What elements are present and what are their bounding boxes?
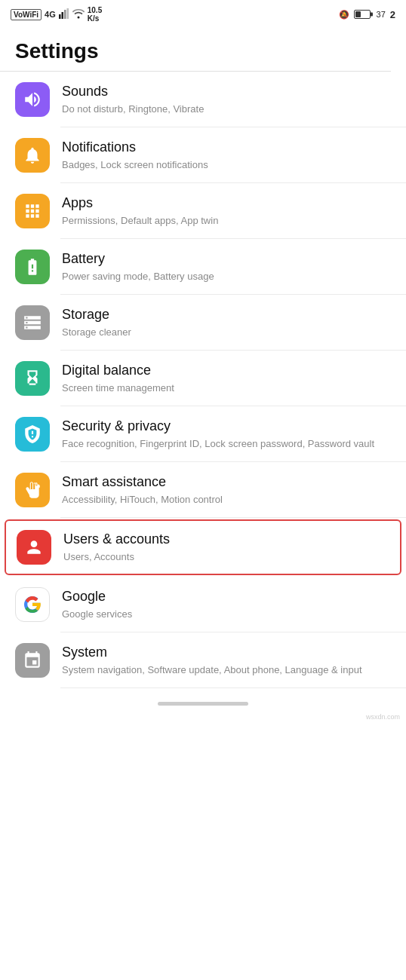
battery-title: Battery [62,250,391,268]
battery-icon-wrapper [15,250,50,284]
notifications-icon-wrapper [15,138,50,173]
system-text: System System navigation, Software updat… [62,644,391,677]
security-text: Security & privacy Face recognition, Fin… [62,418,391,451]
google-icon-wrapper [15,587,50,622]
settings-item-notifications[interactable]: Notifications Badges, Lock screen notifi… [0,127,406,183]
network-speed: 10.5K/s [88,6,102,23]
google-icon [23,595,42,614]
svg-rect-3 [66,8,69,19]
smart-assistance-icon-wrapper [15,473,50,507]
settings-item-apps[interactable]: Apps Permissions, Default apps, App twin [0,183,406,239]
system-icon [23,651,42,670]
wifi-icon [72,8,85,20]
security-subtitle: Face recognition, Fingerprint ID, Lock s… [62,437,391,451]
digital-balance-subtitle: Screen time management [62,381,391,395]
users-accounts-subtitle: Users, Accounts [63,550,389,564]
apps-icon-wrapper [15,194,50,228]
svg-rect-1 [61,12,63,19]
home-indicator [0,688,406,713]
storage-icon [23,313,42,332]
battery-indicator: 37 [354,10,385,19]
bell-icon [23,145,42,165]
settings-item-digital-balance[interactable]: Digital balance Screen time management [0,351,406,406]
home-bar [158,702,248,706]
notifications-title: Notifications [62,139,391,156]
signal-strength: 4G [45,10,56,19]
hand-icon [23,480,42,500]
users-accounts-text: Users & accounts Users, Accounts [63,531,389,564]
sound-icon [23,90,42,109]
smart-assistance-text: Smart assistance Accessibility, HiTouch,… [62,473,391,507]
google-title: Google [62,588,391,605]
status-bar: VoWiFi 4G 10.5K/s 🔕 37 2 [0,0,406,27]
storage-text: Storage Storage cleaner [62,306,391,339]
notifications-subtitle: Badges, Lock screen notifications [62,158,391,172]
system-title: System [62,644,391,661]
vowifi-label: VoWiFi [11,9,42,20]
smart-assistance-subtitle: Accessibility, HiTouch, Motion control [62,493,391,507]
settings-item-security-privacy[interactable]: Security & privacy Face recognition, Fin… [0,406,406,462]
svg-rect-2 [64,10,66,19]
digital-balance-icon-wrapper [15,361,50,396]
settings-item-battery[interactable]: Battery Power saving mode, Battery usage [0,239,406,295]
smart-assistance-title: Smart assistance [62,473,391,491]
battery-subtitle: Power saving mode, Battery usage [62,270,391,283]
settings-item-system[interactable]: System System navigation, Software updat… [0,632,406,688]
sounds-icon-wrapper [15,82,50,117]
settings-list: Sounds Do not disturb, Ringtone, Vibrate… [0,72,406,688]
svg-rect-0 [59,14,61,19]
storage-title: Storage [62,306,391,323]
notifications-text: Notifications Badges, Lock screen notifi… [62,139,391,172]
users-accounts-title: Users & accounts [63,531,389,548]
clock: 2 [390,9,395,20]
settings-item-users-accounts[interactable]: Users & accounts Users, Accounts [5,519,401,575]
apps-title: Apps [62,194,391,212]
system-subtitle: System navigation, Software update, Abou… [62,663,391,677]
sounds-text: Sounds Do not disturb, Ringtone, Vibrate [62,83,391,116]
battery-charging-icon [23,257,42,277]
settings-item-google[interactable]: Google Google services [0,577,406,632]
mute-icon: 🔕 [339,10,349,20]
digital-balance-text: Digital balance Screen time management [62,362,391,395]
google-subtitle: Google services [62,608,391,621]
security-title: Security & privacy [62,418,391,435]
apps-subtitle: Permissions, Default apps, App twin [62,214,391,228]
apps-text: Apps Permissions, Default apps, App twin [62,194,391,228]
storage-subtitle: Storage cleaner [62,326,391,339]
apps-icon [23,201,42,221]
settings-item-smart-assistance[interactable]: Smart assistance Accessibility, HiTouch,… [0,462,406,518]
digital-balance-title: Digital balance [62,362,391,379]
system-icon-wrapper [15,643,50,678]
status-right: 🔕 37 2 [339,9,395,20]
sounds-title: Sounds [62,83,391,100]
settings-item-storage[interactable]: Storage Storage cleaner [0,295,406,351]
hourglass-icon [23,369,42,388]
sounds-subtitle: Do not disturb, Ringtone, Vibrate [62,103,391,116]
status-left: VoWiFi 4G 10.5K/s [11,6,102,23]
battery-text: Battery Power saving mode, Battery usage [62,250,391,283]
settings-item-sounds[interactable]: Sounds Do not disturb, Ringtone, Vibrate [0,72,406,127]
watermark: wsxdn.com [0,713,406,724]
signal-bars [59,8,69,20]
storage-icon-wrapper [15,305,50,340]
page-title: Settings [0,27,406,71]
user-icon [24,537,44,557]
security-icon-wrapper [15,417,50,452]
google-text: Google Google services [62,588,391,621]
users-icon-wrapper [17,530,51,565]
shield-icon [23,424,42,444]
